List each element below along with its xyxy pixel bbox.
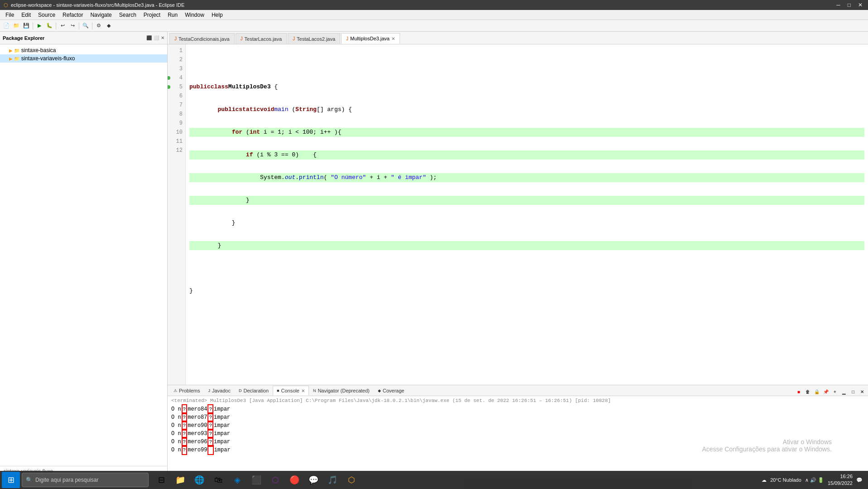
tab-javadoc-label: Javadoc	[212, 388, 231, 393]
menu-navigate[interactable]: Navigate	[87, 11, 115, 19]
taskbar-tray-icons: ∧ 🔊 🔋	[805, 477, 824, 483]
menu-source[interactable]: Source	[34, 11, 59, 19]
code-line-4: for (int i = 1; i < 100; i++ ){	[189, 128, 864, 137]
toolbar-sep-4	[92, 22, 92, 29]
taskbar-terminal[interactable]: ⬛	[247, 472, 265, 488]
line-6: 6	[168, 92, 185, 101]
tab-javadoc[interactable]: J Javadoc	[204, 386, 234, 396]
toolbar-extra2[interactable]: ◆	[104, 21, 113, 30]
console-line-3: O n?mero90 ? impar	[171, 421, 864, 430]
menu-file[interactable]: File	[2, 11, 18, 19]
code-line-5: if (i % 3 == 0) {	[189, 150, 864, 160]
maximize-button[interactable]: □	[846, 2, 853, 8]
start-button[interactable]: ⊞	[2, 472, 20, 488]
scroll-lock-btn[interactable]: 🔒	[813, 387, 821, 396]
problems-icon: ⚠	[174, 388, 177, 393]
java-file-icon-4: J	[346, 36, 348, 41]
toolbar-sep-3	[79, 22, 79, 29]
taskbar-discord[interactable]: 💬	[304, 472, 323, 488]
console-tab-close[interactable]: ✕	[301, 388, 305, 393]
line-7: 7	[168, 101, 185, 110]
taskbar-app-purple[interactable]: ⬡	[266, 472, 285, 488]
minimize-button[interactable]: ─	[834, 2, 842, 8]
toolbar-search[interactable]: 🔍	[81, 21, 90, 30]
maximize-panel-btn[interactable]: □	[849, 387, 857, 396]
taskbar-explorer[interactable]: 📁	[171, 472, 189, 488]
tree-label: sintaxe-basica	[21, 47, 56, 53]
toolbar-open[interactable]: 📁	[12, 21, 21, 30]
tree-item-sintaxe-basica[interactable]: ▶ 📁 sintaxe-basica	[0, 46, 167, 54]
toolbar-sep-2	[56, 22, 56, 29]
taskbar-chrome[interactable]: 🔴	[285, 472, 304, 488]
tab-problems-label: Problems	[179, 388, 200, 393]
bottom-tabs: ⚠ Problems J Javadoc D Declaration ■ Con…	[168, 385, 868, 396]
tab-navigator[interactable]: N Navigator (Deprecated)	[309, 386, 374, 396]
pe-close-btn[interactable]: ✕	[161, 35, 164, 40]
menubar: File Edit Source Refactor Navigate Searc…	[0, 10, 868, 20]
pin-btn[interactable]: 📌	[822, 387, 830, 396]
toolbar-extra1[interactable]: ⚙	[94, 21, 103, 30]
menu-refactor[interactable]: Refactor	[59, 11, 87, 19]
console-line-2: O n?mero87 ? impar	[171, 413, 864, 421]
navigator-icon: N	[313, 388, 316, 393]
line-9: 9	[168, 119, 185, 128]
code-line-2: public class MultiplosDe3 {	[189, 82, 864, 92]
menu-edit[interactable]: Edit	[18, 11, 34, 19]
menu-project[interactable]: Project	[140, 11, 164, 19]
line-2: 2	[168, 55, 185, 64]
notification-icon[interactable]: 💬	[856, 477, 863, 483]
tree-item-sintaxe-variaveis-fluxo[interactable]: ▶ 📁 sintaxe-variaveis-fluxo	[0, 54, 167, 63]
tab-problems[interactable]: ⚠ Problems	[169, 386, 204, 396]
code-line-7: }	[189, 196, 864, 205]
minimize-panel-btn[interactable]: ▁	[840, 387, 848, 396]
taskbar-spotify[interactable]: 🎵	[323, 472, 342, 488]
menu-window[interactable]: Window	[181, 11, 208, 19]
taskbar-vscode[interactable]: ◈	[228, 472, 246, 488]
pe-maximize-btn[interactable]: ⬜	[154, 35, 159, 40]
code-content[interactable]: public class MultiplosDe3 { public stati…	[186, 44, 868, 385]
menu-search[interactable]: Search	[116, 11, 140, 19]
close-button[interactable]: ✕	[856, 2, 864, 8]
toolbar-redo[interactable]: ↪	[68, 21, 77, 30]
tab-testaLacos2[interactable]: J TestaLacos2.java	[288, 33, 340, 44]
code-line-1	[189, 60, 864, 69]
tab-close-btn[interactable]: ✕	[391, 36, 395, 41]
toolbar-new[interactable]: 📄	[2, 21, 11, 30]
bottom-panel-controls: ■ 🗑 🔒 📌 + ▁ □ ✕	[795, 387, 866, 396]
tab-console[interactable]: ■ Console ✕	[273, 386, 309, 396]
toolbar-save[interactable]: 💾	[22, 21, 31, 30]
close-panel-btn[interactable]: ✕	[858, 387, 866, 396]
toolbar-run[interactable]: ▶	[35, 21, 44, 30]
tab-coverage[interactable]: ◆ Coverage	[374, 386, 409, 396]
cursor-box	[207, 445, 213, 455]
code-editor[interactable]: 1 2 3 4 5 6 7 8 9 10 11 12 public class …	[168, 44, 868, 385]
console-line-6: O n?mero99 impar	[171, 446, 864, 454]
tab-multiplosDe3[interactable]: J MultiplosDe3.java ✕	[341, 33, 400, 44]
taskbar-time[interactable]: 16:26 15/09/2022	[828, 473, 853, 487]
taskbar-eclipse[interactable]: ⬡	[342, 472, 361, 488]
toolbar-debug[interactable]: 🐛	[45, 21, 54, 30]
menu-help[interactable]: Help	[208, 11, 227, 19]
folder-icon-2: ▶ 📁	[9, 56, 19, 61]
taskbar-search-box[interactable]: 🔍 Digite aqui para pesquisar	[22, 473, 149, 487]
toolbar-undo[interactable]: ↩	[58, 21, 67, 30]
taskbar-task-view[interactable]: ⊟	[152, 472, 170, 488]
taskbar-search-label: Digite aqui para pesquisar	[35, 477, 98, 483]
new-console-btn[interactable]: +	[831, 387, 839, 396]
taskbar: ⊞ 🔍 Digite aqui para pesquisar ⊟ 📁 🌐 🛍 ◈…	[0, 471, 868, 489]
tab-declaration-label: Declaration	[243, 388, 269, 393]
pe-minimize-btn[interactable]: ⬛	[146, 35, 152, 40]
taskbar-edge[interactable]: 🌐	[190, 472, 208, 488]
tab-declaration[interactable]: D Declaration	[235, 386, 273, 396]
line-11: 11	[168, 137, 185, 146]
tab-coverage-label: Coverage	[383, 388, 405, 393]
menu-run[interactable]: Run	[164, 11, 181, 19]
console-header: <terminated> MultiplosDe3 [Java Applicat…	[171, 398, 864, 403]
window-controls: ─ □ ✕	[834, 2, 864, 8]
clear-btn[interactable]: 🗑	[804, 387, 812, 396]
stop-btn[interactable]: ■	[795, 387, 803, 396]
taskbar-store[interactable]: 🛍	[209, 472, 227, 488]
breakpoint-5	[168, 85, 170, 89]
tab-testaCondicionais[interactable]: J TestaCondicionais.java	[169, 33, 235, 44]
tab-testarLacos[interactable]: J TestarLacos.java	[236, 33, 287, 44]
